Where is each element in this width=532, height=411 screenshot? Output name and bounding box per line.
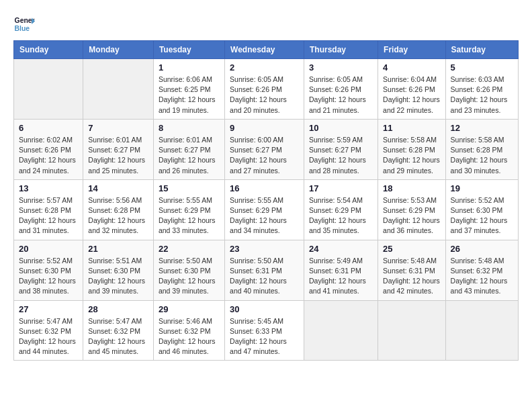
calendar-cell: 12Sunrise: 5:58 AM Sunset: 6:28 PM Dayli… [445, 119, 518, 179]
day-info: Sunrise: 5:59 AM Sunset: 6:27 PM Dayligh… [309, 135, 373, 176]
day-number: 23 [230, 244, 299, 254]
day-info: Sunrise: 5:57 AM Sunset: 6:28 PM Dayligh… [19, 195, 78, 236]
day-number: 30 [230, 304, 299, 314]
calendar-week-row: 27Sunrise: 5:47 AM Sunset: 6:32 PM Dayli… [14, 300, 519, 361]
svg-text:Blue: Blue [15, 25, 30, 32]
calendar-cell: 19Sunrise: 5:52 AM Sunset: 6:30 PM Dayli… [445, 179, 518, 240]
day-info: Sunrise: 5:52 AM Sunset: 6:30 PM Dayligh… [451, 195, 513, 236]
calendar-cell: 1Sunrise: 6:06 AM Sunset: 6:25 PM Daylig… [153, 59, 224, 120]
calendar-cell: 14Sunrise: 5:56 AM Sunset: 6:28 PM Dayli… [83, 179, 154, 240]
day-number: 7 [88, 123, 148, 133]
day-info: Sunrise: 5:55 AM Sunset: 6:29 PM Dayligh… [230, 195, 299, 236]
day-info: Sunrise: 6:02 AM Sunset: 6:26 PM Dayligh… [19, 135, 78, 176]
day-info: Sunrise: 5:52 AM Sunset: 6:30 PM Dayligh… [19, 256, 78, 297]
calendar-header-row: SundayMondayTuesdayWednesdayThursdayFrid… [14, 41, 519, 59]
day-number: 22 [159, 244, 220, 254]
calendar-cell: 9Sunrise: 6:00 AM Sunset: 6:27 PM Daylig… [225, 119, 304, 179]
calendar-cell: 20Sunrise: 5:52 AM Sunset: 6:30 PM Dayli… [14, 240, 83, 300]
day-number: 5 [451, 62, 513, 73]
calendar-cell: 4Sunrise: 6:04 AM Sunset: 6:26 PM Daylig… [378, 59, 445, 120]
calendar-week-row: 20Sunrise: 5:52 AM Sunset: 6:30 PM Dayli… [14, 240, 519, 300]
day-info: Sunrise: 6:01 AM Sunset: 6:27 PM Dayligh… [159, 135, 220, 176]
day-info: Sunrise: 5:47 AM Sunset: 6:32 PM Dayligh… [88, 316, 148, 357]
page-header: General Blue [13, 13, 519, 35]
calendar-week-row: 1Sunrise: 6:06 AM Sunset: 6:25 PM Daylig… [14, 59, 519, 120]
calendar-cell: 3Sunrise: 6:05 AM Sunset: 6:26 PM Daylig… [304, 59, 378, 120]
calendar-cell: 17Sunrise: 5:54 AM Sunset: 6:29 PM Dayli… [304, 179, 378, 240]
day-number: 3 [309, 62, 373, 73]
day-number: 11 [383, 123, 440, 133]
day-info: Sunrise: 5:55 AM Sunset: 6:29 PM Dayligh… [159, 195, 220, 236]
day-number: 19 [451, 183, 513, 193]
day-number: 20 [19, 244, 78, 254]
calendar-cell: 30Sunrise: 5:45 AM Sunset: 6:33 PM Dayli… [225, 300, 304, 361]
day-number: 14 [88, 183, 148, 193]
calendar-cell: 24Sunrise: 5:49 AM Sunset: 6:31 PM Dayli… [304, 240, 378, 300]
day-number: 2 [230, 62, 299, 73]
calendar-cell: 26Sunrise: 5:48 AM Sunset: 6:32 PM Dayli… [445, 240, 518, 300]
day-info: Sunrise: 5:48 AM Sunset: 6:31 PM Dayligh… [383, 256, 440, 297]
day-number: 12 [451, 123, 513, 133]
day-header-sunday: Sunday [14, 41, 83, 59]
day-info: Sunrise: 5:51 AM Sunset: 6:30 PM Dayligh… [88, 256, 148, 297]
day-header-thursday: Thursday [304, 41, 378, 59]
day-info: Sunrise: 5:48 AM Sunset: 6:32 PM Dayligh… [451, 256, 513, 297]
calendar-cell [304, 300, 378, 361]
day-info: Sunrise: 5:56 AM Sunset: 6:28 PM Dayligh… [88, 195, 148, 236]
calendar-cell: 22Sunrise: 5:50 AM Sunset: 6:30 PM Dayli… [153, 240, 224, 300]
calendar-cell: 7Sunrise: 6:01 AM Sunset: 6:27 PM Daylig… [83, 119, 154, 179]
calendar-cell: 6Sunrise: 6:02 AM Sunset: 6:26 PM Daylig… [14, 119, 83, 179]
calendar-cell: 2Sunrise: 6:05 AM Sunset: 6:26 PM Daylig… [225, 59, 304, 120]
day-number: 9 [230, 123, 299, 133]
day-number: 27 [19, 304, 78, 314]
day-info: Sunrise: 5:53 AM Sunset: 6:29 PM Dayligh… [383, 195, 440, 236]
day-header-saturday: Saturday [445, 41, 518, 59]
calendar-cell: 5Sunrise: 6:03 AM Sunset: 6:26 PM Daylig… [445, 59, 518, 120]
day-number: 21 [88, 244, 148, 254]
calendar-table: SundayMondayTuesdayWednesdayThursdayFrid… [13, 40, 519, 361]
calendar-cell: 16Sunrise: 5:55 AM Sunset: 6:29 PM Dayli… [225, 179, 304, 240]
calendar-cell: 11Sunrise: 5:58 AM Sunset: 6:28 PM Dayli… [378, 119, 445, 179]
day-info: Sunrise: 5:45 AM Sunset: 6:33 PM Dayligh… [230, 316, 299, 357]
calendar-week-row: 6Sunrise: 6:02 AM Sunset: 6:26 PM Daylig… [14, 119, 519, 179]
day-info: Sunrise: 5:54 AM Sunset: 6:29 PM Dayligh… [309, 195, 373, 236]
day-info: Sunrise: 5:49 AM Sunset: 6:31 PM Dayligh… [309, 256, 373, 297]
calendar-cell: 23Sunrise: 5:50 AM Sunset: 6:31 PM Dayli… [225, 240, 304, 300]
day-header-friday: Friday [378, 41, 445, 59]
day-number: 17 [309, 183, 373, 193]
day-header-tuesday: Tuesday [153, 41, 224, 59]
calendar-cell [378, 300, 445, 361]
calendar-cell: 21Sunrise: 5:51 AM Sunset: 6:30 PM Dayli… [83, 240, 154, 300]
day-info: Sunrise: 6:05 AM Sunset: 6:26 PM Dayligh… [230, 75, 299, 116]
day-header-monday: Monday [83, 41, 154, 59]
calendar-cell: 27Sunrise: 5:47 AM Sunset: 6:32 PM Dayli… [14, 300, 83, 361]
calendar-cell: 28Sunrise: 5:47 AM Sunset: 6:32 PM Dayli… [83, 300, 154, 361]
day-header-wednesday: Wednesday [225, 41, 304, 59]
day-info: Sunrise: 5:58 AM Sunset: 6:28 PM Dayligh… [451, 135, 513, 176]
calendar-cell: 29Sunrise: 5:46 AM Sunset: 6:32 PM Dayli… [153, 300, 224, 361]
calendar-cell [14, 59, 83, 120]
day-number: 4 [383, 62, 440, 73]
day-number: 13 [19, 183, 78, 193]
calendar-cell: 18Sunrise: 5:53 AM Sunset: 6:29 PM Dayli… [378, 179, 445, 240]
day-info: Sunrise: 6:01 AM Sunset: 6:27 PM Dayligh… [88, 135, 148, 176]
day-info: Sunrise: 6:05 AM Sunset: 6:26 PM Dayligh… [309, 75, 373, 116]
calendar-cell: 15Sunrise: 5:55 AM Sunset: 6:29 PM Dayli… [153, 179, 224, 240]
day-info: Sunrise: 6:03 AM Sunset: 6:26 PM Dayligh… [451, 75, 513, 116]
day-info: Sunrise: 5:58 AM Sunset: 6:28 PM Dayligh… [383, 135, 440, 176]
day-number: 29 [159, 304, 220, 314]
day-number: 25 [383, 244, 440, 254]
day-info: Sunrise: 6:04 AM Sunset: 6:26 PM Dayligh… [383, 75, 440, 116]
logo: General Blue [13, 13, 38, 35]
day-number: 1 [159, 62, 220, 73]
calendar-cell: 8Sunrise: 6:01 AM Sunset: 6:27 PM Daylig… [153, 119, 224, 179]
day-number: 26 [451, 244, 513, 254]
day-number: 18 [383, 183, 440, 193]
day-number: 10 [309, 123, 373, 133]
day-info: Sunrise: 5:50 AM Sunset: 6:31 PM Dayligh… [230, 256, 299, 297]
day-number: 24 [309, 244, 373, 254]
day-number: 16 [230, 183, 299, 193]
calendar-cell: 25Sunrise: 5:48 AM Sunset: 6:31 PM Dayli… [378, 240, 445, 300]
day-info: Sunrise: 6:06 AM Sunset: 6:25 PM Dayligh… [159, 75, 220, 116]
day-number: 15 [159, 183, 220, 193]
